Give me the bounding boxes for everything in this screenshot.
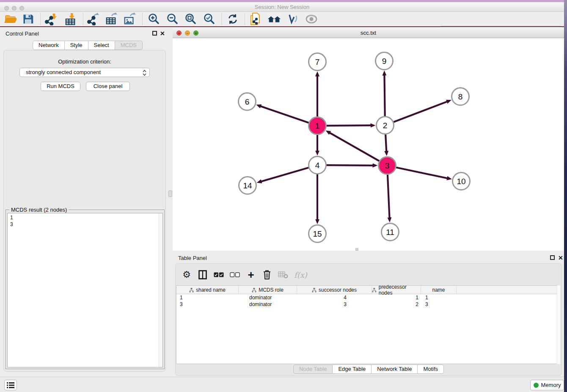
- node-10[interactable]: 10: [453, 173, 470, 190]
- panel-splitter-handle[interactable]: [168, 190, 172, 197]
- equation-builder-button[interactable]: f(x): [294, 268, 307, 281]
- node-8[interactable]: 8: [452, 88, 469, 105]
- table-tab-edge-table[interactable]: Edge Table: [333, 364, 372, 374]
- edge-4-14[interactable]: [261, 168, 308, 182]
- delete-columns-button[interactable]: [262, 268, 272, 281]
- node-3[interactable]: 3: [379, 157, 396, 174]
- save-icon: [22, 13, 34, 25]
- split-columns-icon: [198, 270, 207, 279]
- export-network-button[interactable]: [85, 13, 101, 25]
- memory-button[interactable]: Memory: [530, 380, 564, 390]
- network-canvas[interactable]: 7968124314101511: [173, 38, 564, 251]
- cell[interactable]: 2: [372, 301, 421, 308]
- cell[interactable]: 1: [176, 294, 239, 301]
- import-network-button[interactable]: [43, 13, 58, 25]
- run-mcds-button[interactable]: Run MCDS: [41, 82, 80, 91]
- apply-layout-button[interactable]: [225, 13, 240, 25]
- window-titlebar[interactable]: Session: New Session: [0, 2, 564, 12]
- node-11[interactable]: 11: [382, 224, 399, 241]
- cell[interactable]: dominator: [239, 294, 297, 301]
- network-overview-button[interactable]: [267, 13, 282, 25]
- table-options-button[interactable]: ⚙: [182, 268, 192, 281]
- cell[interactable]: 1: [421, 294, 457, 301]
- control-tab-network[interactable]: Network: [33, 41, 65, 50]
- zoom-out-button[interactable]: [165, 13, 180, 25]
- import-table-button[interactable]: [63, 13, 78, 25]
- node-1[interactable]: 1: [309, 117, 326, 135]
- canvas-resize-handle[interactable]: [355, 248, 358, 251]
- task-history-button[interactable]: [4, 380, 17, 390]
- node-7[interactable]: 7: [309, 53, 326, 71]
- save-session-button[interactable]: [20, 13, 36, 25]
- edge-3-1[interactable]: [329, 133, 379, 161]
- cell[interactable]: dominator: [239, 301, 297, 308]
- svg-text:9: 9: [382, 57, 387, 66]
- table-scrollbar[interactable]: [557, 285, 560, 364]
- node-table[interactable]: shared nameMCDS rolesuccessor nodesprede…: [176, 285, 559, 364]
- network-window-titlebar[interactable]: × − + scc.txt: [173, 28, 564, 38]
- cell[interactable]: 1: [372, 294, 421, 301]
- svg-text:14: 14: [243, 181, 252, 190]
- share-session-button[interactable]: [248, 13, 263, 25]
- optimization-criterion-select[interactable]: strongly connected component: [19, 68, 150, 77]
- close-panel-icon[interactable]: ✕: [160, 30, 165, 37]
- column-sort-icon: [189, 288, 194, 293]
- node-14[interactable]: 14: [239, 177, 256, 194]
- checked-boxes-icon: [214, 272, 224, 277]
- column-header-shared-name[interactable]: shared name: [176, 286, 239, 294]
- control-panel-tabs: NetworkStyleSelectMCDS: [33, 41, 143, 50]
- control-tab-select[interactable]: Select: [88, 41, 115, 50]
- zoom-in-button[interactable]: [146, 13, 161, 25]
- node-6[interactable]: 6: [239, 93, 256, 110]
- edge-1-6[interactable]: [260, 106, 309, 123]
- edge-1-2[interactable]: [326, 125, 371, 126]
- edge-4-3[interactable]: [326, 165, 373, 166]
- edge-2-8[interactable]: [394, 102, 448, 122]
- column-header-name[interactable]: name: [421, 286, 457, 294]
- control-tab-style[interactable]: Style: [65, 41, 88, 50]
- unselect-all-columns-button[interactable]: [230, 268, 240, 281]
- edge-3-11[interactable]: [388, 174, 390, 218]
- zoom-fit-button[interactable]: [183, 13, 198, 25]
- table-row-1[interactable]: 1dominator411: [176, 294, 559, 301]
- edge-2-9[interactable]: [384, 75, 385, 116]
- select-all-columns-button[interactable]: [214, 268, 224, 281]
- table-tab-network-table[interactable]: Network Table: [372, 364, 418, 374]
- column-header-mcds-role[interactable]: MCDS role: [239, 286, 297, 294]
- export-image-button[interactable]: [122, 13, 137, 25]
- split-column-view-button[interactable]: [198, 268, 208, 281]
- node-4[interactable]: 4: [309, 157, 326, 174]
- column-header-successor-nodes[interactable]: successor nodes: [297, 286, 372, 294]
- mcds-result-groupbox: MCDS result (2 nodes) 1 3: [6, 210, 165, 369]
- edge-3-10[interactable]: [396, 167, 448, 178]
- cell[interactable]: 3: [176, 301, 239, 308]
- result-scrollbar[interactable]: [159, 213, 162, 367]
- node-9[interactable]: 9: [376, 52, 393, 70]
- import-table-icon: [64, 13, 77, 25]
- float-panel-icon[interactable]: [152, 31, 157, 36]
- edge-2-3[interactable]: [385, 134, 386, 152]
- node-15[interactable]: 15: [309, 225, 326, 243]
- close-table-panel-icon[interactable]: ✕: [558, 254, 563, 261]
- table-tab-motifs[interactable]: Motifs: [418, 364, 444, 374]
- export-table-button[interactable]: [104, 13, 119, 25]
- float-table-panel-icon[interactable]: [550, 255, 555, 260]
- delete-table-button[interactable]: [278, 268, 288, 281]
- close-panel-button[interactable]: Close panel: [86, 82, 130, 91]
- cell[interactable]: 3: [421, 301, 457, 308]
- mcds-result-textarea[interactable]: 1 3: [7, 213, 163, 367]
- hide-graphics-button[interactable]: [304, 13, 319, 25]
- zoom-selected-icon: [203, 13, 215, 25]
- column-header-predecessor-nodes[interactable]: predecessor nodes: [372, 286, 421, 294]
- create-column-button[interactable]: +: [246, 268, 256, 281]
- zoom-selected-button[interactable]: [201, 13, 217, 25]
- toolbar-separator: [142, 13, 143, 25]
- cell[interactable]: 4: [297, 294, 372, 301]
- apply-style-button[interactable]: [285, 13, 300, 25]
- node-2[interactable]: 2: [377, 117, 394, 134]
- cell[interactable]: 3: [297, 301, 372, 308]
- control-tab-mcds[interactable]: MCDS: [115, 41, 143, 50]
- open-session-button[interactable]: [3, 13, 18, 25]
- table-row-2[interactable]: 3dominator323: [176, 301, 559, 308]
- table-tab-node-table[interactable]: Node Table: [293, 364, 333, 374]
